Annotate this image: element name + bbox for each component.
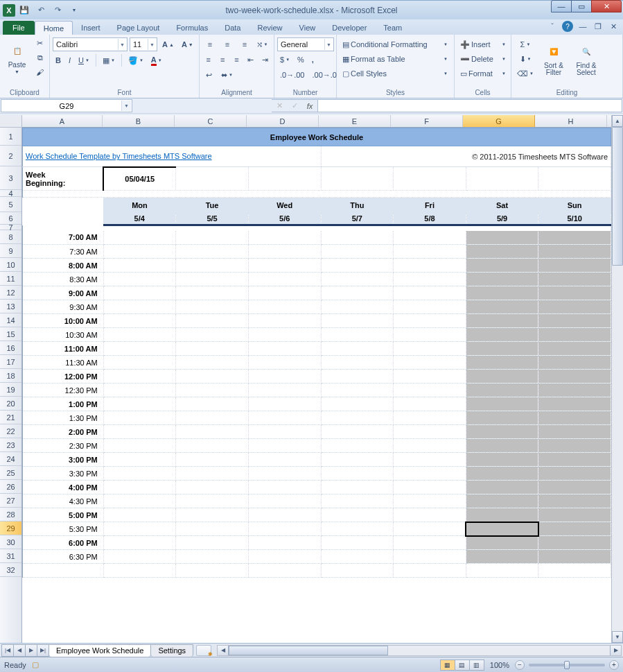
- schedule-cell[interactable]: [321, 259, 394, 273]
- row-header[interactable]: 11: [0, 272, 21, 286]
- ribbon-tab-page-layout[interactable]: Page Layout: [109, 21, 168, 35]
- schedule-cell[interactable]: [321, 342, 394, 356]
- ribbon-tab-insert[interactable]: Insert: [73, 21, 109, 35]
- schedule-cell[interactable]: [248, 259, 321, 273]
- row-header[interactable]: 24: [0, 452, 21, 466]
- schedule-cell[interactable]: [103, 494, 176, 508]
- align-center-button[interactable]: ≡: [216, 53, 228, 67]
- schedule-cell[interactable]: [538, 536, 611, 550]
- schedule-cell[interactable]: [176, 342, 249, 356]
- borders-button[interactable]: ▦▼: [100, 53, 118, 67]
- scroll-right-icon[interactable]: ▶: [610, 646, 621, 655]
- schedule-cell[interactable]: [103, 342, 176, 356]
- schedule-cell[interactable]: [394, 300, 466, 314]
- comma-format-button[interactable]: ,: [309, 53, 317, 67]
- schedule-cell[interactable]: [103, 231, 176, 245]
- schedule-cell[interactable]: [321, 286, 394, 300]
- schedule-cell[interactable]: [394, 328, 466, 342]
- sheet-nav-button[interactable]: |◀: [1, 644, 14, 657]
- cell[interactable]: [466, 564, 538, 578]
- scroll-up-icon[interactable]: ▲: [612, 115, 623, 127]
- schedule-cell[interactable]: [103, 550, 176, 564]
- active-cell[interactable]: [466, 522, 538, 536]
- number-format-combo[interactable]: General▼: [277, 37, 334, 51]
- schedule-cell[interactable]: [394, 370, 466, 384]
- schedule-cell[interactable]: [248, 300, 321, 314]
- schedule-cell[interactable]: [176, 481, 249, 494]
- enter-formula-icon[interactable]: ✓: [287, 101, 302, 110]
- schedule-cell[interactable]: [321, 411, 394, 425]
- schedule-cell[interactable]: [466, 536, 538, 550]
- schedule-cell[interactable]: [321, 453, 394, 467]
- schedule-cell[interactable]: [538, 314, 611, 328]
- chevron-down-icon[interactable]: ▼: [121, 101, 131, 111]
- schedule-cell[interactable]: [321, 481, 394, 494]
- schedule-cell[interactable]: [176, 550, 249, 564]
- schedule-cell[interactable]: [466, 342, 538, 356]
- schedule-cell[interactable]: [538, 286, 611, 300]
- schedule-cell[interactable]: [466, 370, 538, 384]
- schedule-cell[interactable]: [248, 384, 321, 397]
- schedule-cell[interactable]: [538, 467, 611, 481]
- schedule-cell[interactable]: [394, 286, 466, 300]
- schedule-cell[interactable]: [538, 273, 611, 286]
- column-header[interactable]: G: [463, 115, 535, 127]
- schedule-cell[interactable]: [103, 384, 176, 397]
- schedule-cell[interactable]: [466, 425, 538, 439]
- row-header[interactable]: 27: [0, 494, 21, 508]
- paste-button[interactable]: 📋 Paste ▼: [3, 39, 31, 76]
- schedule-cell[interactable]: [103, 328, 176, 342]
- schedule-cell[interactable]: [103, 356, 176, 370]
- schedule-cell[interactable]: [538, 494, 611, 508]
- schedule-cell[interactable]: [466, 231, 538, 245]
- schedule-cell[interactable]: [466, 494, 538, 508]
- row-header[interactable]: 25: [0, 466, 21, 480]
- schedule-cell[interactable]: [103, 481, 176, 494]
- schedule-cell[interactable]: [321, 536, 394, 550]
- column-header[interactable]: E: [319, 115, 391, 127]
- schedule-cell[interactable]: [248, 453, 321, 467]
- schedule-cell[interactable]: [176, 273, 249, 286]
- sheet-tab[interactable]: Settings: [150, 644, 193, 657]
- chevron-down-icon[interactable]: ▼: [324, 39, 333, 50]
- decrease-indent-button[interactable]: ⇤: [245, 53, 256, 67]
- cut-button[interactable]: ✂: [33, 36, 46, 50]
- schedule-cell[interactable]: [466, 439, 538, 453]
- schedule-cell[interactable]: [538, 550, 611, 564]
- row-header[interactable]: 18: [0, 369, 21, 383]
- formula-input[interactable]: [317, 99, 622, 112]
- schedule-cell[interactable]: [176, 522, 249, 536]
- row-header[interactable]: 5: [0, 197, 21, 212]
- schedule-cell[interactable]: [248, 425, 321, 439]
- schedule-cell[interactable]: [103, 536, 176, 550]
- save-icon[interactable]: 💾: [17, 3, 32, 18]
- font-size-combo[interactable]: 11▼: [130, 37, 157, 51]
- cell[interactable]: [394, 564, 466, 578]
- schedule-cell[interactable]: [176, 245, 249, 259]
- find-select-button[interactable]: 🔍 Find & Select: [571, 40, 602, 78]
- schedule-cell[interactable]: [321, 231, 394, 245]
- schedule-cell[interactable]: [394, 259, 466, 273]
- schedule-cell[interactable]: [321, 508, 394, 522]
- ribbon-tab-view[interactable]: View: [291, 21, 324, 35]
- cell[interactable]: [176, 564, 249, 578]
- schedule-cell[interactable]: [466, 384, 538, 397]
- name-box[interactable]: G29▼: [1, 99, 132, 112]
- workbook-minimize-icon[interactable]: —: [577, 21, 588, 32]
- align-bottom-button[interactable]: ≡: [237, 37, 252, 51]
- row-header[interactable]: 26: [0, 480, 21, 494]
- row-header[interactable]: 31: [0, 549, 21, 563]
- schedule-cell[interactable]: [394, 522, 466, 536]
- row-header[interactable]: 8: [0, 230, 21, 244]
- schedule-cell[interactable]: [466, 245, 538, 259]
- schedule-cell[interactable]: [538, 439, 611, 453]
- row-header[interactable]: 14: [0, 313, 21, 327]
- schedule-cell[interactable]: [248, 342, 321, 356]
- schedule-cell[interactable]: [321, 425, 394, 439]
- scroll-thumb[interactable]: [612, 127, 623, 266]
- schedule-cell[interactable]: [394, 273, 466, 286]
- schedule-cell[interactable]: [103, 522, 176, 536]
- schedule-cell[interactable]: [394, 494, 466, 508]
- schedule-cell[interactable]: [394, 231, 466, 245]
- schedule-cell[interactable]: [248, 439, 321, 453]
